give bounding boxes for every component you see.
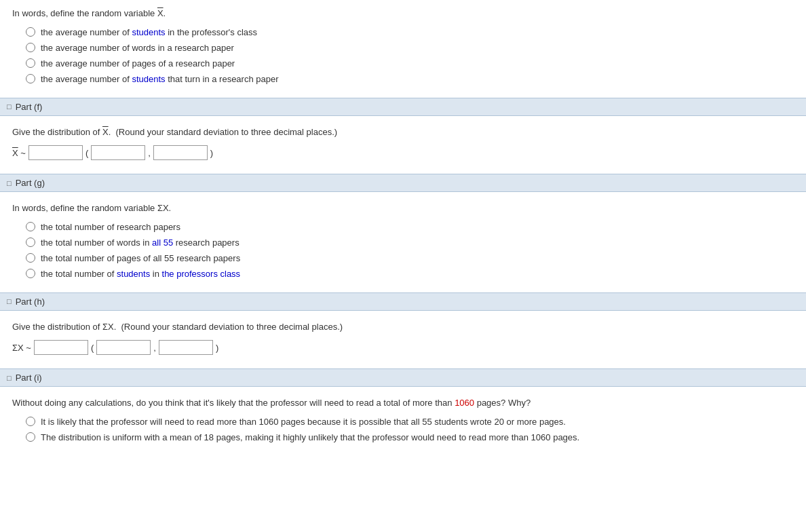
part-i-option-1-text: It is likely that the professor will nee…: [41, 417, 566, 427]
part-h-dist-param1-input[interactable]: [96, 340, 151, 355]
part-g-radio-4[interactable]: [26, 269, 35, 278]
part-f-dist-name-input[interactable]: [28, 145, 83, 160]
part-f-open-paren: (: [85, 148, 88, 158]
part-i-option-2-text: The distribution is uniform with a mean …: [41, 432, 579, 442]
collapse-h-icon[interactable]: □: [7, 297, 12, 305]
part-g-option-4[interactable]: the total number of students in the prof…: [26, 269, 794, 279]
part-f-dist-param1-input[interactable]: [91, 145, 145, 160]
part-g-option-1[interactable]: the total number of research papers: [26, 222, 794, 232]
prev-radio-1[interactable]: [26, 27, 35, 37]
part-g-option-2-text: the total number of words in all 55 rese…: [41, 238, 239, 248]
prev-option-3[interactable]: the average number of pages of a researc…: [26, 58, 794, 69]
prev-option-1-text: the average number of students in the pr…: [41, 27, 257, 37]
part-h-dist-name-input[interactable]: [34, 340, 88, 355]
collapse-i-icon[interactable]: □: [7, 374, 12, 382]
part-g-content: In words, define the random variable ΣX.…: [0, 192, 806, 292]
part-i-radio-2[interactable]: [26, 432, 35, 442]
part-i-option-2[interactable]: The distribution is uniform with a mean …: [26, 432, 794, 442]
part-g-radio-1[interactable]: [26, 222, 35, 231]
part-h-dist-param2-input[interactable]: [159, 340, 213, 355]
prev-radio-3[interactable]: [26, 58, 35, 68]
prev-option-4[interactable]: the average number of students that turn…: [26, 74, 794, 84]
collapse-f-icon[interactable]: □: [7, 102, 12, 111]
part-i-header: □ Part (i): [0, 368, 806, 387]
part-i-radio-group: It is likely that the professor will nee…: [12, 417, 794, 442]
part-f-instruction: Give the distribution of X. (Round your …: [12, 126, 794, 139]
prev-option-4-text: the average number of students that turn…: [41, 74, 279, 84]
prev-question: In words, define the random variable X.: [12, 7, 794, 20]
part-h-comma: ,: [153, 343, 156, 353]
part-h-content: Give the distribution of ΣX. (Round your…: [0, 311, 806, 369]
part-h-header: □ Part (h): [0, 292, 806, 311]
part-h-dist-row: ΣX ~ ( , ): [12, 340, 794, 355]
collapse-g-icon[interactable]: □: [7, 179, 12, 187]
xbar-f-symbol: X: [102, 127, 109, 137]
prev-option-1[interactable]: the average number of students in the pr…: [26, 27, 794, 37]
part-h-open-paren: (: [91, 343, 94, 353]
part-f-label: Part (f): [16, 102, 43, 112]
prev-option-2-text: the average number of words in a researc…: [41, 43, 234, 53]
xbar-symbol: X: [157, 8, 164, 18]
prev-section-content: In words, define the random variable X. …: [0, 0, 806, 98]
part-i-radio-1[interactable]: [26, 417, 35, 426]
part-g-header: □ Part (g): [0, 174, 806, 192]
part-g-option-3-text: the total number of pages of all 55 rese…: [41, 253, 240, 263]
part-g-radio-3[interactable]: [26, 253, 35, 263]
part-h-dist-prefix: ΣX ~: [12, 343, 31, 353]
part-h-label: Part (h): [16, 297, 45, 307]
part-f-header: □ Part (f): [0, 98, 806, 116]
part-i-label: Part (i): [16, 373, 42, 383]
prev-radio-4[interactable]: [26, 74, 35, 83]
part-f-comma: ,: [148, 148, 151, 158]
prev-radio-group: the average number of students in the pr…: [12, 27, 794, 84]
part-f-dist-row: X ~ ( , ): [12, 145, 794, 160]
part-g-option-3[interactable]: the total number of pages of all 55 rese…: [26, 253, 794, 263]
prev-option-3-text: the average number of pages of a researc…: [41, 58, 235, 69]
part-g-question: In words, define the random variable ΣX.: [12, 202, 794, 215]
part-g-label: Part (g): [16, 178, 45, 188]
part-g-option-4-text: the total number of students in the prof…: [41, 269, 240, 279]
part-i-question: Without doing any calculations, do you t…: [12, 396, 794, 410]
part-h-instruction: Give the distribution of ΣX. (Round your…: [12, 320, 794, 334]
part-f-content: Give the distribution of X. (Round your …: [0, 116, 806, 174]
part-f-dist-param2-input[interactable]: [153, 145, 208, 160]
part-g-option-2[interactable]: the total number of words in all 55 rese…: [26, 238, 794, 248]
part-h-close-paren: ): [216, 343, 218, 353]
part-i-option-1[interactable]: It is likely that the professor will nee…: [26, 417, 794, 427]
part-f-close-paren: ): [210, 148, 213, 158]
part-g-radio-2[interactable]: [26, 238, 35, 247]
part-g-radio-group: the total number of research papers the …: [12, 222, 794, 279]
part-f-dist-prefix: X ~: [12, 148, 26, 158]
part-g-option-1-text: the total number of research papers: [41, 222, 180, 232]
prev-radio-2[interactable]: [26, 43, 35, 52]
prev-option-2[interactable]: the average number of words in a researc…: [26, 43, 794, 53]
part-i-content: Without doing any calculations, do you t…: [0, 387, 806, 456]
